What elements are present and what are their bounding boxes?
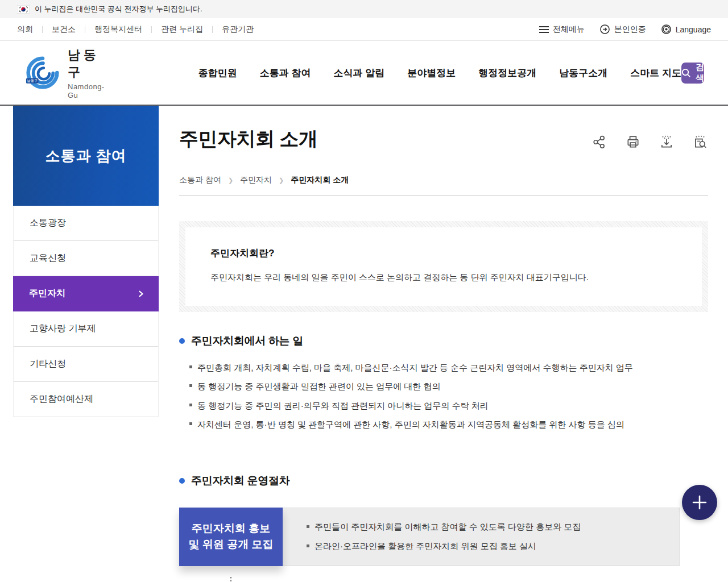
- sidebar-item-participatory-budget[interactable]: 주민참여예산제: [14, 382, 158, 417]
- utility-link-welfare-center[interactable]: 행정복지센터: [94, 24, 142, 35]
- definition-box: 주민자치회란? 주민자치회는 우리 동네의 일을 주민이 스스로 논의하고 결정…: [179, 221, 708, 312]
- breadcrumb: 소통과 참여 ❯ 주민자치 ❯ 주민자치회 소개: [179, 175, 708, 196]
- section-bullet-icon: [179, 338, 185, 344]
- sidebar-item-resident-autonomy[interactable]: 주민자치: [13, 276, 159, 311]
- nav-about-namdong[interactable]: 남동구소개: [559, 66, 607, 80]
- sidebar-item-other-apply[interactable]: 기타신청: [14, 347, 158, 382]
- nav-communication-participation[interactable]: 소통과 참여: [260, 66, 311, 80]
- logo-subtitle: Namdong-Gu: [68, 82, 105, 99]
- search-button[interactable]: 검색: [681, 63, 704, 84]
- utility-bar: 의회 보건소 행정복지센터 관련 누리집 유관기관 전체메뉴: [0, 18, 728, 41]
- divider: [151, 26, 152, 33]
- section-duties: 주민자치회에서 하는 일 주민총회 개최, 자치계획 수립, 마을 축제, 마을…: [179, 334, 708, 430]
- utility-link-organizations[interactable]: 유관기관: [222, 24, 254, 35]
- breadcrumb-separator-icon: ❯: [279, 177, 284, 184]
- process-step-1: 주민자치회 홍보 및 위원 공개 모집 주민들이 주민자치회를 이해하고 참여할…: [179, 508, 680, 566]
- print-icon[interactable]: [625, 134, 641, 150]
- gov-notice-bar: 이 누리집은 대한민국 공식 전자정부 누리집입니다.: [0, 0, 728, 18]
- svg-text:남동구: 남동구: [27, 78, 38, 82]
- nav-smart-map[interactable]: 스마트 지도: [630, 66, 681, 80]
- korea-flag-icon: [17, 5, 30, 14]
- logo-title: 남동구: [68, 47, 105, 81]
- divider: [42, 26, 43, 33]
- list-item: 동 행정기능 중 주민생활과 밀접한 관련이 있는 업무에 대한 협의: [189, 381, 708, 392]
- utility-link-council[interactable]: 의회: [17, 24, 33, 35]
- site-header: 남동구 남동구 Namdong-Gu 종합민원 소통과 참여 소식과 알림 분야…: [0, 41, 728, 105]
- divider: [212, 26, 213, 33]
- breadcrumb-current-page: 주민자치회 소개: [291, 175, 349, 185]
- search-icon: [681, 68, 691, 78]
- duties-list: 주민총회 개최, 자치계획 수립, 마을 축제, 마을신문·소식지 발간 등 순…: [179, 362, 708, 430]
- sidebar-menu: 소통광장 교육신청 주민자치 고향사랑 기부제 기타신청 주민참여예산제: [13, 206, 159, 417]
- sidebar-item-hometown-donation[interactable]: 고향사랑 기부제: [14, 311, 158, 347]
- list-item: 자치센터 운영, 통·반 명칭 및 관할구역에 관한 사항, 주민의 자치활동과…: [189, 419, 708, 430]
- main-nav: 종합민원 소통과 참여 소식과 알림 분야별정보 행정정보공개 남동구소개 스마…: [198, 66, 681, 80]
- process-flow-down-arrow-icon: [224, 576, 238, 582]
- logo-text: 남동구 Namdong-Gu: [68, 47, 105, 99]
- namdong-gu-logo-mark-icon: 남동구: [26, 56, 60, 90]
- section-duties-title: 주민자치회에서 하는 일: [191, 334, 303, 348]
- nav-news[interactable]: 소식과 알림: [333, 66, 384, 80]
- page-root: 이 누리집은 대한민국 공식 전자정부 누리집입니다. 의회 보건소 행정복지센…: [0, 0, 728, 582]
- chevron-right-icon: [137, 290, 145, 298]
- quick-menu-fab-button[interactable]: [682, 485, 717, 520]
- nav-civil-service[interactable]: 종합민원: [198, 66, 237, 80]
- sidebar-item-education-apply[interactable]: 교육신청: [14, 241, 158, 276]
- identity-verify-label: 본인인증: [614, 24, 646, 35]
- gov-notice-text: 이 누리집은 대한민국 공식 전자정부 누리집입니다.: [35, 4, 202, 14]
- share-icon[interactable]: [592, 134, 607, 150]
- globe-icon: [661, 24, 672, 35]
- identity-verify-button[interactable]: 본인인증: [599, 24, 646, 35]
- main-content: 주민자치회 소개: [179, 106, 708, 582]
- utility-link-health-center[interactable]: 보건소: [52, 24, 76, 35]
- download-icon[interactable]: [659, 134, 675, 150]
- page-action-icons: [592, 134, 708, 152]
- page-title: 주민자치회 소개: [179, 126, 317, 152]
- process-step-1-label: 주민자치회 홍보 및 위원 공개 모집: [179, 508, 283, 566]
- section-bullet-icon: [179, 478, 185, 484]
- all-menu-button[interactable]: 전체메뉴: [539, 24, 585, 35]
- section-process-title: 주민자치회 운영절차: [191, 473, 289, 488]
- list-item: 주민들이 주민자치회를 이해하고 참여할 수 있도록 다양한 홍보와 모집: [307, 522, 679, 533]
- language-label: Language: [676, 25, 711, 34]
- breadcrumb-communication[interactable]: 소통과 참여: [179, 175, 221, 185]
- plus-icon: [691, 494, 708, 511]
- divider: [85, 26, 85, 33]
- all-menu-label: 전체메뉴: [553, 24, 585, 35]
- sidebar-title: 소통과 참여: [13, 106, 159, 206]
- nav-info-by-field[interactable]: 분야별정보: [407, 66, 456, 80]
- breadcrumb-resident-autonomy[interactable]: 주민자치: [240, 175, 272, 185]
- sidebar: 소통과 참여 소통광장 교육신청 주민자치 고향사랑 기부제 기타신청 주민참여…: [13, 106, 159, 417]
- nav-admin-info[interactable]: 행정정보공개: [478, 66, 536, 80]
- utility-link-related-sites[interactable]: 관련 누리집: [161, 24, 203, 35]
- utility-actions: 전체메뉴 본인인증 L: [539, 24, 711, 35]
- hamburger-icon: [539, 26, 549, 33]
- language-button[interactable]: Language: [661, 24, 711, 35]
- sidebar-item-communication-plaza[interactable]: 소통광장: [14, 206, 158, 241]
- definition-title: 주민자치회란?: [210, 247, 677, 260]
- related-sites-nav: 의회 보건소 행정복지센터 관련 누리집 유관기관: [17, 24, 254, 35]
- definition-body: 주민자치회는 우리 동네의 일을 주민이 스스로 논의하고 결정하는 동 단위 …: [210, 271, 677, 284]
- process-step-1-details: 주민들이 주민자치회를 이해하고 참여할 수 있도록 다양한 홍보와 모집 온라…: [283, 508, 680, 566]
- list-item: 동 행정기능 중 주민의 권리·의무와 직접 관련되지 아니하는 업무의 수탁 …: [189, 400, 708, 411]
- search-button-label: 검색: [696, 62, 704, 84]
- login-arrow-icon: [599, 24, 610, 35]
- list-item: 온라인·오프라인을 활용한 주민자치회 위원 모집 홍보 실시: [307, 541, 679, 552]
- breadcrumb-separator-icon: ❯: [228, 177, 233, 184]
- list-item: 주민총회 개최, 자치계획 수립, 마을 축제, 마을신문·소식지 발간 등 순…: [189, 362, 708, 373]
- site-logo[interactable]: 남동구 남동구 Namdong-Gu: [26, 47, 105, 99]
- section-process: 주민자치회 운영절차 주민자치회 홍보 및 위원 공개 모집 주민들이 주민자치…: [179, 473, 708, 582]
- document-zoom-icon[interactable]: [692, 134, 708, 150]
